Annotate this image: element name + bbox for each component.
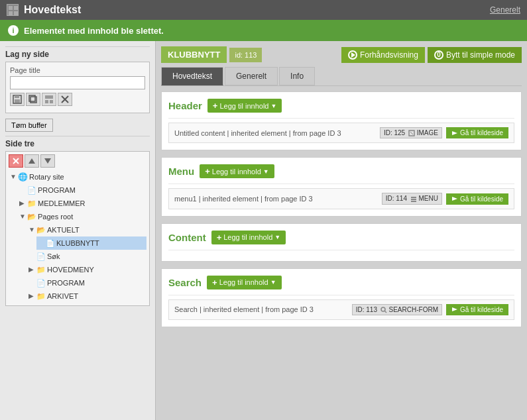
tab-generelt-label: Generelt	[236, 72, 266, 81]
tabs-bar: Hovedtekst Generelt Info	[161, 67, 522, 86]
search-item-id-text: ID: 113	[356, 306, 377, 313]
main-content-section: Content + Legg til innhold ▼	[161, 223, 522, 262]
side-tre-up-btn[interactable]	[25, 154, 39, 168]
layout-icon-btn[interactable]	[42, 93, 56, 106]
generelt-link[interactable]: Generelt	[490, 5, 520, 15]
svg-line-19	[410, 132, 413, 134]
tree-program-row[interactable]: 📄 PROGRAM	[18, 184, 146, 197]
tree-hovedmeny-label: HOVEDMENY	[47, 264, 94, 276]
header-add-content-btn[interactable]: + Legg til innhold ▼	[207, 99, 282, 113]
dropdown-arrow-icon-4: ▼	[270, 279, 276, 286]
plus-icon-4: +	[212, 278, 217, 288]
menu-item-id: ID: 114 MENU	[382, 193, 442, 204]
menu-add-btn-label: Legg til innhold	[212, 168, 261, 176]
menu-go-btn-label: Gå til kildeside	[460, 195, 503, 203]
svg-rect-2	[9, 11, 13, 15]
svg-marker-17	[44, 158, 51, 164]
header-add-btn-label: Legg til innhold	[219, 102, 268, 110]
page-header-bar: KLUBBNYTT id: 113 Forhåndsvisning 0 Bytt…	[161, 46, 522, 63]
header-go-to-source-btn[interactable]: Gå til kildeside	[446, 127, 508, 138]
menu-item-text: menu1 | inherited element | from page ID…	[174, 195, 378, 203]
page-title-input[interactable]	[10, 76, 145, 89]
header-section: Header + Legg til innhold ▼ Untitled con…	[161, 91, 522, 150]
svg-rect-0	[9, 6, 13, 10]
menu-item-id-text: ID: 114	[386, 195, 407, 202]
svg-rect-21	[411, 197, 416, 198]
success-icon: i	[8, 25, 19, 36]
tree-program2-label: PROGRAM	[47, 277, 85, 289]
plus-icon: +	[213, 101, 218, 111]
folder-open-icon: 📂	[27, 211, 36, 223]
tree-expand-icon: ▼	[10, 171, 17, 183]
tree-pages-root-row[interactable]: ▼ 📂 Pages root	[18, 210, 146, 223]
svg-rect-3	[14, 11, 18, 15]
tab-info-label: Info	[290, 72, 304, 81]
new-page-section: Page title	[5, 62, 150, 113]
side-tre-delete-btn[interactable]	[9, 154, 23, 168]
simple-mode-button[interactable]: 0 Bytt til simple mode	[428, 47, 522, 63]
content-add-btn-label: Legg til innhold	[223, 233, 272, 241]
tree-medlemmer-label: MEDLEMMER	[38, 197, 86, 209]
tree-root: ▼ 🌐 Rotary site 📄 PROGRAM ▶ 📁	[9, 170, 146, 303]
search-add-content-btn[interactable]: + Legg til innhold ▼	[207, 276, 282, 289]
success-banner: i Elementet med innhold ble slettet.	[0, 20, 527, 41]
grid-icon	[7, 4, 19, 16]
svg-rect-11	[50, 100, 53, 103]
simple-mode-icon: 0	[434, 50, 443, 60]
page-title-label: Page title	[10, 66, 145, 74]
tab-hovedtekst-label: Hovedtekst	[172, 72, 212, 81]
tree-hovedmeny-row[interactable]: ▶ 📁 HOVEDMENY	[27, 263, 146, 276]
tøm-buffer-button[interactable]: Tøm buffer	[5, 119, 53, 132]
tree-children: 📄 PROGRAM ▶ 📁 MEDLEMMER ▼ 📂 Pages root	[18, 184, 146, 303]
menu-section-header: Menu + Legg til innhold ▼	[168, 164, 514, 178]
preview-button[interactable]: Forhåndsvisning	[341, 47, 425, 63]
tab-info[interactable]: Info	[279, 67, 315, 85]
content-area: KLUBBNYTT id: 113 Forhåndsvisning 0 Bytt…	[156, 41, 527, 420]
tree-klubbnytt-row[interactable]: 📄 KLUBBNYTT	[36, 236, 146, 250]
tree-program2-row[interactable]: 📄 PROGRAM	[27, 276, 146, 289]
side-tre-down-btn[interactable]	[40, 154, 55, 168]
new-page-section-title: Lag ny side	[5, 46, 150, 59]
svg-marker-24	[452, 197, 457, 201]
search-item-row: Search | inherited element | from page I…	[168, 299, 514, 320]
svg-marker-27	[452, 307, 457, 311]
header-item-id: ID: 125 IMAGE	[380, 127, 442, 138]
menu-section-title: Menu	[168, 166, 194, 177]
tree-arkivet-row[interactable]: ▶ 📁 ARKIVET	[27, 289, 146, 303]
file-icon-3: 📄	[36, 250, 46, 262]
menu-go-to-source-btn[interactable]: Gå til kildeside	[446, 193, 508, 205]
svg-marker-16	[29, 158, 35, 164]
tree-root-row[interactable]: ▼ 🌐 Rotary site	[9, 170, 146, 184]
tree-aktuelt-row[interactable]: ▼ 📂 AKTUELT	[27, 223, 146, 236]
svg-point-25	[381, 307, 385, 311]
tree-sok-row[interactable]: 📄 Søk	[27, 250, 146, 263]
search-go-to-source-btn[interactable]: Gå til kildeside	[446, 304, 508, 315]
dropdown-arrow-icon-2: ▼	[263, 168, 269, 175]
delete-icon-btn[interactable]	[58, 93, 72, 106]
pages-root-children: ▼ 📂 AKTUELT 📄 KLUBBNYTT	[27, 223, 146, 303]
tree-aktuelt-label: AKTUELT	[47, 224, 80, 236]
tree-medlemmer-row[interactable]: ▶ 📁 MEDLEMMER	[18, 197, 146, 210]
tree-root-label: Rotary site	[29, 171, 64, 183]
content-section-title: Content	[168, 232, 206, 243]
save-icon-btn[interactable]	[10, 93, 25, 106]
svg-rect-5	[15, 99, 20, 103]
menu-add-content-btn[interactable]: + Legg til innhold ▼	[200, 164, 274, 178]
search-item-type: SEARCH-FORM	[389, 306, 438, 313]
header-item-id-text: ID: 125	[384, 129, 405, 136]
folder-icon-3: 📁	[36, 290, 46, 302]
copy-icon-btn[interactable]	[26, 93, 40, 106]
search-add-btn-label: Legg til innhold	[219, 278, 268, 286]
svg-line-26	[384, 311, 386, 313]
content-add-content-btn[interactable]: + Legg til innhold ▼	[211, 231, 286, 244]
svg-rect-9	[45, 95, 53, 99]
menu-item-type: MENU	[419, 195, 438, 202]
tab-generelt[interactable]: Generelt	[225, 67, 278, 85]
dropdown-arrow-icon-3: ▼	[274, 234, 280, 240]
svg-rect-10	[45, 100, 48, 103]
klubbnytt-label: KLUBBNYTT	[161, 46, 227, 63]
dropdown-arrow-icon: ▼	[270, 103, 276, 109]
tab-hovedtekst[interactable]: Hovedtekst	[161, 67, 223, 85]
aktuelt-children: 📄 KLUBBNYTT	[36, 236, 146, 250]
tree-sok-label: Søk	[47, 250, 60, 262]
